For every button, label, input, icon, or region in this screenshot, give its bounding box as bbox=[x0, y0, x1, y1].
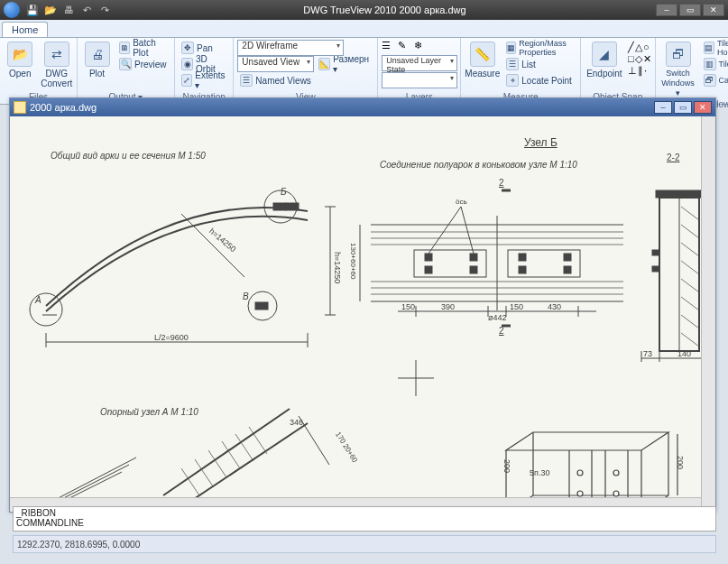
svg-line-48 bbox=[681, 207, 699, 220]
qat-undo-icon[interactable]: ↶ bbox=[79, 3, 94, 17]
panel-output: 🖨 Plot 🗎Batch Plot 🔍Preview Output ▾ bbox=[78, 38, 175, 104]
window-close-button[interactable]: ✕ bbox=[703, 4, 724, 16]
osnap-6-icon[interactable]: ✕ bbox=[643, 53, 651, 65]
mark-a: А bbox=[35, 295, 41, 305]
endpoint-label: Endpoint bbox=[586, 69, 622, 79]
pan-icon: ✥ bbox=[181, 42, 194, 54]
titlebar: 💾 📂 🖶 ↶ ↷ DWG TrueView 2010 2000 арка.dw… bbox=[0, 0, 728, 20]
svg-rect-45 bbox=[656, 190, 703, 198]
command-window[interactable]: _RIBBON COMMANDLINE bbox=[13, 506, 716, 532]
qat-print-icon[interactable]: 🖶 bbox=[61, 3, 76, 17]
saved-view-dropdown[interactable]: Unsaved View bbox=[237, 56, 314, 72]
tile-vertical-button[interactable]: ▥Tile Vertically bbox=[701, 56, 728, 72]
svg-line-34 bbox=[461, 207, 474, 254]
svg-rect-3 bbox=[273, 203, 286, 210]
window-minimize-button[interactable]: – bbox=[656, 4, 677, 16]
dimstyle-dropdown[interactable]: 📐Размерн ▾ bbox=[316, 56, 373, 72]
osnap-7-icon[interactable]: ⊥ bbox=[628, 65, 637, 77]
named-views-icon: ☰ bbox=[240, 74, 253, 87]
layer-icon-3[interactable]: ❄ bbox=[414, 40, 429, 54]
visual-style-dropdown[interactable]: 2D Wireframe bbox=[237, 40, 344, 56]
cascade-button[interactable]: 🗗Cascade bbox=[701, 72, 728, 88]
tab-home[interactable]: Home bbox=[2, 22, 48, 37]
osnap-9-icon[interactable]: · bbox=[644, 65, 647, 77]
locate-point-button[interactable]: ⌖Locate Point bbox=[503, 72, 576, 88]
dim-h: h=14250 bbox=[333, 252, 342, 283]
osnap-3-icon[interactable]: ○ bbox=[643, 42, 650, 53]
document-title: 2000 арка.dwg bbox=[30, 102, 97, 113]
cascade-icon: 🗗 bbox=[704, 74, 716, 87]
osnap-8-icon[interactable]: ∥ bbox=[638, 65, 643, 77]
document-titlebar[interactable]: 2000 арка.dwg – ▭ ✕ bbox=[10, 98, 715, 116]
layer-state-dropdown[interactable]: Unsaved Layer State bbox=[382, 55, 457, 71]
layer-icon-1[interactable]: ☰ bbox=[382, 40, 396, 54]
plot-button[interactable]: 🖨 Plot bbox=[81, 40, 113, 79]
panel-window: 🗗 Switch Windows ▾ ▤Tile Horizontally ▥T… bbox=[656, 38, 728, 104]
drawing-support: Опорный узел А М 1:10 bbox=[100, 407, 198, 417]
svg-rect-5 bbox=[255, 302, 268, 310]
layer-dropdown[interactable] bbox=[382, 72, 457, 88]
svg-line-49 bbox=[681, 225, 699, 238]
svg-line-50 bbox=[681, 243, 699, 256]
preview-icon: 🔍 bbox=[119, 58, 132, 70]
doc-minimize-button[interactable]: – bbox=[654, 101, 672, 114]
mark-v: В bbox=[243, 291, 249, 301]
svg-rect-27 bbox=[470, 254, 477, 261]
open-button[interactable]: 📂 Open bbox=[4, 40, 37, 79]
preview-label: Preview bbox=[134, 60, 167, 69]
measure-button[interactable]: 📏 Measure bbox=[465, 40, 500, 79]
app-title: DWG TrueView 2010 2000 арка.dwg bbox=[114, 5, 656, 15]
svg-rect-26 bbox=[425, 266, 432, 273]
qat-save-icon[interactable]: 💾 bbox=[25, 3, 40, 17]
region-props-button[interactable]: ▦Region/Mass Properties bbox=[503, 40, 576, 56]
extents-button[interactable]: ⤢Extents ▾ bbox=[179, 72, 229, 88]
qat-open-icon[interactable]: 📂 bbox=[43, 3, 58, 17]
command-line-1: _RIBBON bbox=[16, 508, 713, 518]
svg-rect-30 bbox=[519, 266, 526, 273]
window-maximize-button[interactable]: ▭ bbox=[679, 4, 701, 16]
measure-label: Measure bbox=[465, 69, 500, 79]
dim-150: 150 bbox=[401, 302, 415, 311]
list-button[interactable]: ☰List bbox=[503, 56, 576, 72]
dimstyle-icon: 📐 bbox=[318, 58, 330, 70]
dwg-convert-button[interactable]: ⇄ DWG Convert bbox=[41, 40, 74, 88]
layer-state-value: Unsaved Layer State bbox=[386, 56, 441, 74]
svg-line-51 bbox=[681, 261, 699, 274]
svg-line-53 bbox=[681, 297, 699, 310]
layer-icon-2[interactable]: ✎ bbox=[398, 40, 412, 54]
dim-140: 140 bbox=[677, 349, 691, 358]
svg-rect-47 bbox=[652, 266, 659, 272]
tile-v-label: Tile Vertically bbox=[719, 60, 728, 69]
endpoint-button[interactable]: ◢ Endpoint bbox=[585, 40, 624, 79]
panel-layers: ☰ ✎ ❄ Unsaved Layer State Layers bbox=[378, 38, 461, 104]
preview-button[interactable]: 🔍Preview bbox=[116, 56, 170, 72]
switch-windows-label: Switch Windows ▾ bbox=[659, 69, 697, 98]
doc-maximize-button[interactable]: ▭ bbox=[674, 101, 692, 114]
osnap-4-icon[interactable]: □ bbox=[628, 53, 634, 65]
doc-close-button[interactable]: ✕ bbox=[694, 101, 712, 114]
sec-2-bottom: 2 bbox=[499, 326, 504, 336]
osnap-1-icon[interactable]: ╱ bbox=[628, 42, 634, 53]
app-menu-orb[interactable] bbox=[4, 2, 20, 18]
dim-span: L/2=9600 bbox=[154, 333, 189, 342]
drawing-conn: Соединение полуарок в коньковом узле М 1… bbox=[380, 160, 577, 170]
osnap-5-icon[interactable]: ◇ bbox=[635, 53, 642, 65]
panel-measure: 📏 Measure ▦Region/Mass Properties ☰List … bbox=[461, 38, 581, 104]
tile-horizontal-button[interactable]: ▤Tile Horizontally bbox=[701, 40, 728, 56]
dim-130: 130+60+60 bbox=[349, 243, 357, 280]
sec-2-top: 2 bbox=[499, 178, 504, 188]
drawing-canvas[interactable]: Общий вид арки и ее сечения М 1:50 Узел … bbox=[10, 116, 715, 512]
svg-point-73 bbox=[613, 470, 619, 476]
panel-osnap: ◢ Endpoint ╱△○ □◇✕ ⊥∥· Object Snap bbox=[581, 38, 656, 104]
vertical-scrollbar[interactable] bbox=[701, 116, 715, 512]
switch-windows-button[interactable]: 🗗 Switch Windows ▾ bbox=[659, 40, 697, 98]
osnap-2-icon[interactable]: △ bbox=[635, 42, 642, 53]
batch-plot-button[interactable]: 🗎Batch Plot bbox=[116, 40, 170, 56]
drawing-node-b: Узел Б bbox=[524, 136, 558, 149]
panel-view: 2D Wireframe Unsaved View 📐Размерн ▾ ☰Na… bbox=[234, 38, 378, 104]
qat-redo-icon[interactable]: ↷ bbox=[97, 3, 112, 17]
svg-rect-46 bbox=[652, 250, 659, 255]
named-views-button[interactable]: ☰Named Views bbox=[237, 72, 373, 88]
dim-390: 390 bbox=[441, 302, 455, 311]
mark-b: Б bbox=[281, 187, 287, 197]
